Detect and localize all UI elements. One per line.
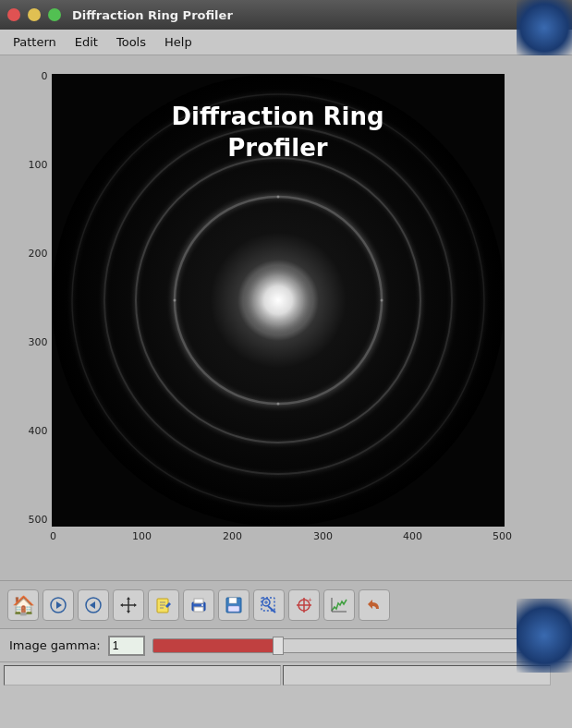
- menu-edit[interactable]: Edit: [66, 33, 107, 51]
- svg-marker-21: [127, 597, 130, 600]
- x-tick-200: 200: [223, 530, 242, 542]
- diffraction-image[interactable]: Diffraction Ring Profiler: [52, 74, 505, 527]
- x-tick-300: 300: [313, 530, 333, 542]
- svg-rect-36: [228, 606, 239, 612]
- svg-rect-32: [194, 607, 203, 612]
- svg-marker-16: [56, 601, 62, 609]
- app-title: Diffraction Ring Profiler: [72, 8, 233, 22]
- gamma-input[interactable]: [108, 636, 145, 656]
- svg-rect-31: [194, 599, 203, 603]
- save-button[interactable]: [218, 589, 249, 621]
- zoom-button[interactable]: [253, 589, 285, 621]
- y-tick-100: 100: [29, 159, 48, 171]
- crosshair-button[interactable]: +: [288, 589, 320, 621]
- svg-point-13: [276, 196, 279, 199]
- main-area: 0 100 200 300 400 500: [0, 55, 572, 580]
- x-tick-0: 0: [50, 530, 56, 542]
- bg-decoration-top: [517, 0, 572, 55]
- minimize-button[interactable]: [28, 8, 41, 21]
- bg-decoration-bottom: [517, 599, 572, 673]
- x-tick-500: 500: [493, 530, 512, 542]
- svg-marker-22: [127, 611, 130, 613]
- bottom-controls: Image gamma:: [0, 628, 572, 661]
- plot-container: 0 100 200 300 400 500: [18, 63, 554, 580]
- menu-pattern[interactable]: Pattern: [4, 33, 66, 51]
- profile-button[interactable]: [323, 589, 355, 621]
- undo-button[interactable]: [359, 589, 390, 621]
- statusbar: [0, 661, 572, 687]
- canvas-wrapper: Diffraction Ring Profiler 0 100 200 300 …: [52, 63, 554, 580]
- x-axis: 0 100 200 300 400 500: [52, 527, 505, 547]
- toolbar: 🏠: [0, 580, 572, 628]
- y-tick-300: 300: [29, 336, 48, 348]
- svg-point-12: [380, 299, 383, 302]
- svg-point-11: [173, 299, 176, 302]
- close-button[interactable]: [7, 8, 20, 21]
- edit-button[interactable]: [148, 589, 179, 621]
- svg-rect-35: [229, 598, 237, 603]
- status-left: [4, 665, 281, 686]
- maximize-button[interactable]: [48, 8, 61, 21]
- gamma-label: Image gamma:: [9, 638, 101, 652]
- y-tick-500: 500: [29, 514, 48, 526]
- svg-point-33: [201, 604, 203, 606]
- y-axis: 0 100 200 300 400 500: [18, 74, 52, 554]
- svg-marker-24: [134, 603, 137, 607]
- pan-button[interactable]: [113, 589, 144, 621]
- svg-marker-23: [120, 603, 123, 607]
- y-tick-200: 200: [29, 248, 48, 260]
- home-button[interactable]: 🏠: [7, 589, 39, 621]
- svg-marker-18: [90, 601, 95, 609]
- x-tick-400: 400: [403, 530, 422, 542]
- menu-help[interactable]: Help: [155, 33, 201, 51]
- y-tick-0: 0: [42, 70, 48, 82]
- gamma-slider[interactable]: [152, 638, 563, 653]
- svg-point-14: [276, 403, 279, 406]
- prev-button[interactable]: [43, 589, 74, 621]
- status-right: [283, 665, 551, 686]
- y-tick-400: 400: [29, 425, 48, 437]
- next-button[interactable]: [78, 589, 109, 621]
- print-button[interactable]: [183, 589, 214, 621]
- menubar: Pattern Edit Tools Help: [0, 30, 572, 55]
- svg-point-10: [243, 265, 313, 335]
- x-tick-100: 100: [132, 530, 152, 542]
- svg-text:+: +: [308, 596, 312, 604]
- titlebar: Diffraction Ring Profiler: [0, 0, 572, 30]
- menu-tools[interactable]: Tools: [107, 33, 155, 51]
